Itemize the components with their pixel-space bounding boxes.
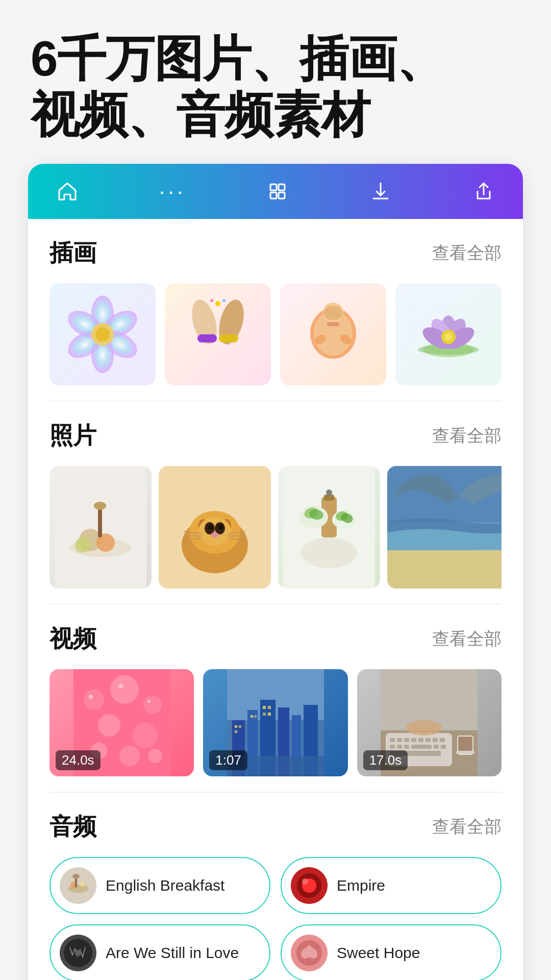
audio-title-4: Sweet Hope [337,944,420,962]
download-icon[interactable] [369,180,392,203]
more-icon[interactable]: ··· [159,179,186,204]
svg-rect-15 [219,334,238,342]
svg-rect-97 [235,730,237,733]
svg-point-79 [98,714,120,737]
hero-title: 6千万图片、插画、 视频、音频素材 [31,31,520,143]
svg-rect-42 [98,507,102,537]
svg-point-49 [198,517,231,546]
audio-grid: English Breakfast Empire [49,857,502,980]
svg-rect-108 [390,738,395,742]
list-item[interactable]: 1:07 [203,669,347,776]
list-item[interactable] [278,466,380,589]
svg-point-83 [148,749,162,763]
list-item[interactable] [387,466,502,589]
svg-point-130 [80,881,85,887]
svg-rect-113 [425,738,431,742]
svg-point-20 [222,299,226,302]
svg-rect-124 [458,737,472,751]
svg-point-41 [75,537,90,553]
list-item[interactable]: 24.0s [49,669,194,776]
svg-point-84 [89,695,93,699]
photos-view-all[interactable]: 查看全部 [432,424,502,448]
svg-rect-111 [411,738,416,742]
list-item[interactable]: English Breakfast [49,857,270,914]
list-item[interactable] [165,283,271,385]
illustrations-title: 插画 [49,237,96,269]
share-icon[interactable] [472,180,495,203]
svg-point-64 [326,489,332,496]
svg-rect-0 [270,184,277,190]
svg-rect-74 [387,550,502,589]
list-item[interactable]: 17.0s [357,669,502,776]
hero-section: 6千万图片、插画、 视频、音频素材 [0,0,551,164]
svg-rect-112 [418,738,423,742]
svg-point-86 [147,700,151,703]
audio-avatar-4 [291,935,328,971]
svg-rect-99 [254,715,257,718]
svg-rect-102 [263,713,266,716]
svg-point-139 [75,950,81,956]
list-item[interactable] [280,283,386,385]
videos-row: 24.0s [49,669,502,781]
app-card: ··· 插画 查看全部 [28,164,523,980]
list-item[interactable] [49,283,156,385]
svg-rect-2 [270,192,277,199]
audio-view-all[interactable]: 查看全部 [432,815,502,839]
svg-point-53 [218,525,223,530]
photos-row [49,466,502,594]
audio-avatar-3 [60,935,96,971]
photos-title: 照片 [49,420,96,452]
svg-rect-118 [404,745,409,749]
videos-section: 视频 查看全部 [28,605,523,792]
home-icon[interactable] [56,180,79,203]
list-item[interactable] [159,466,271,589]
videos-title: 视频 [49,623,96,655]
list-item[interactable]: Empire [281,857,502,914]
svg-rect-25 [327,322,339,326]
svg-rect-117 [397,745,402,749]
svg-rect-116 [390,745,395,749]
svg-rect-125 [456,751,474,754]
nav-bar: ··· [28,164,523,219]
svg-point-82 [119,746,140,766]
svg-point-43 [94,502,106,510]
svg-point-78 [143,696,162,714]
video-duration-2: 1:07 [209,750,247,770]
svg-point-54 [211,532,219,537]
svg-point-71 [301,537,357,568]
svg-point-76 [84,690,104,710]
svg-rect-101 [268,706,271,709]
illustrations-section: 插画 查看全部 [28,219,523,401]
svg-point-132 [72,874,80,879]
video-duration-1: 24.0s [56,750,101,770]
videos-view-all[interactable]: 查看全部 [432,627,502,651]
illustrations-view-all[interactable]: 查看全部 [432,241,502,265]
audio-avatar-2 [291,867,328,904]
illustrations-row [49,283,502,390]
audio-avatar-1 [60,867,96,904]
svg-rect-98 [251,715,253,718]
svg-rect-14 [197,334,217,342]
svg-rect-115 [440,738,445,742]
svg-rect-110 [404,738,409,742]
audio-title: 音频 [49,811,96,843]
list-item[interactable] [395,283,502,385]
svg-point-19 [210,299,213,302]
svg-rect-121 [441,745,446,749]
list-item[interactable]: Are We Still in Love [49,924,270,980]
svg-rect-119 [411,745,432,749]
svg-point-126 [406,720,442,736]
list-item[interactable]: Sweet Hope [281,924,502,980]
svg-point-80 [132,723,158,748]
audio-title-3: Are We Still in Love [106,944,239,962]
svg-point-24 [324,306,342,320]
svg-rect-100 [263,706,266,709]
layers-icon[interactable] [266,180,289,203]
list-item[interactable] [49,466,152,589]
svg-point-36 [444,333,453,341]
svg-rect-96 [239,725,241,728]
svg-point-11 [95,327,110,341]
audio-title-2: Empire [337,876,385,895]
svg-rect-3 [279,192,285,199]
audio-title-1: English Breakfast [106,876,224,895]
